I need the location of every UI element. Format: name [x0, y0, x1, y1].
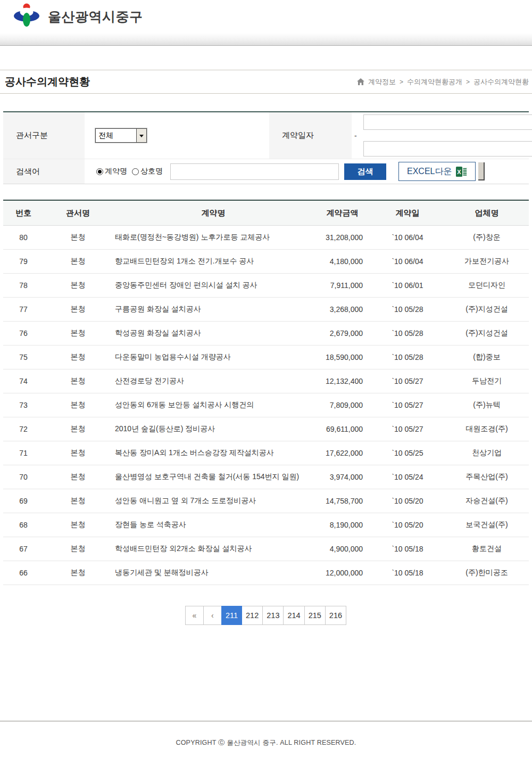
breadcrumb-item-current[interactable]: 공사수의계약현황 — [473, 77, 529, 87]
page-number[interactable]: 216 — [325, 606, 346, 625]
cell-dept: 본청 — [44, 568, 112, 578]
cell-date: `10 05/24 — [370, 473, 445, 481]
breadcrumb-item[interactable]: 수의계약현황공개 — [407, 77, 462, 87]
table-row[interactable]: 76 본청 학성공원 화장실 설치공사 2,679,000 `10 05/28 … — [3, 322, 529, 346]
page-number[interactable]: 213 — [262, 606, 284, 625]
table-row[interactable]: 71 본청 복산동 장미A외 1개소 버스승강장 제작설치공사 17,622,0… — [3, 441, 529, 465]
pagination-first-button[interactable]: « — [185, 606, 204, 625]
cell-dept: 본청 — [44, 424, 112, 434]
cell-contract-title[interactable]: 태화로(명정천~동강병원) 노후가로등 교체공사 — [112, 233, 314, 242]
table-row[interactable]: 74 본청 산전경로당 전기공사 12,132,400 `10 05/27 두남… — [3, 369, 529, 393]
search-button[interactable]: 검색 — [344, 163, 386, 180]
page-number[interactable]: 211 — [221, 606, 242, 625]
cell-contract-title[interactable]: 성안동 애니원고 옆 외 7개소 도로정비공사 — [112, 496, 314, 506]
radio-selected-icon[interactable] — [96, 168, 103, 175]
cell-contract-title[interactable]: 학성배드민턴장 외2개소 화장실 설치공사 — [112, 544, 314, 554]
cell-contract-title[interactable]: 장현들 농로 석축공사 — [112, 520, 314, 530]
cell-dept: 본청 — [44, 233, 112, 242]
cell-contract-title[interactable]: 2010년 숲길(등산로) 정비공사 — [112, 424, 314, 434]
table-row[interactable]: 69 본청 성안동 애니원고 옆 외 7개소 도로정비공사 14,758,700… — [3, 489, 529, 513]
date-inputs — [363, 114, 532, 157]
cell-contract-title[interactable]: 학성공원 화장실 설치공사 — [112, 328, 314, 338]
table-row[interactable]: 78 본청 중앙동주민센터 장애인 편의시설 설치 공사 7,911,000 `… — [3, 274, 529, 298]
table-header-row: 번호 관서명 계약명 계약금액 계약일 업체명 — [3, 201, 529, 226]
cell-dept: 본청 — [44, 448, 112, 458]
cell-contract-title[interactable]: 냉동기세관 및 분해정비공사 — [112, 568, 314, 578]
radio-company-name[interactable]: 상호명 — [132, 167, 163, 176]
cell-no: 73 — [3, 401, 44, 409]
cell-dept: 본청 — [44, 520, 112, 530]
cell-company: (주)창운 — [445, 233, 529, 242]
cell-contract-title[interactable]: 다운동말미 농업용수시설 개량공사 — [112, 352, 314, 362]
cell-amount: 31,208,000 — [314, 233, 370, 242]
col-header-date: 계약일 — [370, 208, 445, 218]
cell-company: 자승건설(주) — [445, 496, 529, 506]
table-row[interactable]: 72 본청 2010년 숲길(등산로) 정비공사 69,611,000 `10 … — [3, 417, 529, 441]
table-row[interactable]: 73 본청 성안동외 6개동 보안등 설치공사 시행건의 7,809,000 `… — [3, 393, 529, 417]
cell-amount: 18,590,000 — [314, 353, 370, 361]
cell-date: `10 05/28 — [370, 329, 445, 338]
cell-amount: 2,679,000 — [314, 329, 370, 338]
table-row[interactable]: 68 본청 장현들 농로 석축공사 8,190,000 `10 05/20 보국… — [3, 513, 529, 537]
copyright-text: COPYRIGHT ⓒ 울산광역시 중구. ALL RIGHT RESERVED… — [0, 738, 532, 747]
keyword-cell: 계약명 상호명 검색 EXCEL다운 X — [85, 159, 529, 184]
breadcrumb-item[interactable]: 계약정보 — [368, 77, 396, 87]
search-form: 관서구분 전체 계약일자 - 검색어 계약명 상호명 — [3, 111, 529, 184]
date-to-input[interactable] — [363, 141, 532, 157]
page-number[interactable]: 215 — [304, 606, 326, 625]
scrollbar-fragment — [478, 162, 485, 180]
cell-contract-title[interactable]: 복산동 장미A외 1개소 버스승강장 제작설치공사 — [112, 448, 314, 458]
cell-amount: 4,180,000 — [314, 257, 370, 266]
excel-icon: X — [456, 167, 467, 177]
radio-contract-name[interactable]: 계약명 — [96, 167, 127, 176]
date-from-input[interactable] — [363, 114, 532, 130]
cell-no: 75 — [3, 353, 44, 361]
cell-no: 69 — [3, 497, 44, 505]
cell-no: 79 — [3, 257, 44, 266]
page-number[interactable]: 214 — [283, 606, 304, 625]
cell-contract-title[interactable]: 성안동외 6개동 보안등 설치공사 시행건의 — [112, 400, 314, 410]
cell-date: `10 05/18 — [370, 545, 445, 553]
cell-no: 71 — [3, 449, 44, 457]
cell-amount: 3,974,000 — [314, 473, 370, 481]
select-dropdown-arrow-icon[interactable] — [136, 129, 146, 142]
cell-company: 두남전기 — [445, 376, 529, 386]
cell-contract-title[interactable]: 산전경로당 전기공사 — [112, 376, 314, 386]
cell-no: 74 — [3, 377, 44, 385]
cell-dept: 본청 — [44, 496, 112, 506]
cell-contract-title[interactable]: 구름공원 화장실 설치공사 — [112, 305, 314, 314]
cell-dept: 본청 — [44, 472, 112, 482]
home-icon — [357, 78, 364, 85]
cell-company: 천상기업 — [445, 448, 529, 458]
cell-company: 모던디자인 — [445, 281, 529, 290]
breadcrumb-separator: > — [400, 78, 403, 86]
radio-unselected-icon[interactable] — [132, 168, 139, 175]
keyword-input[interactable] — [170, 163, 339, 180]
cell-company: 보국건설(주) — [445, 520, 529, 530]
table-row[interactable]: 67 본청 학성배드민턴장 외2개소 화장실 설치공사 4,900,000 `1… — [3, 537, 529, 561]
cell-date: `10 05/27 — [370, 377, 445, 385]
cell-contract-title[interactable]: 울산병영성 보호구역내 건축물 철거(서동 154번지 일원) — [112, 472, 314, 482]
dept-select-value: 전체 — [96, 129, 136, 142]
site-name[interactable]: 울산광역시중구 — [48, 8, 143, 26]
table-row[interactable]: 77 본청 구름공원 화장실 설치공사 3,268,000 `10 05/28 … — [3, 298, 529, 322]
cell-contract-title[interactable]: 중앙동주민센터 장애인 편의시설 설치 공사 — [112, 281, 314, 290]
pagination-prev-button[interactable]: ‹ — [203, 606, 222, 625]
cell-contract-title[interactable]: 향교배드민턴장외 1개소 전기.개보수 공사 — [112, 257, 314, 266]
dept-select[interactable]: 전체 — [95, 128, 147, 143]
cell-dept: 본청 — [44, 305, 112, 314]
table-row[interactable]: 75 본청 다운동말미 농업용수시설 개량공사 18,590,000 `10 0… — [3, 346, 529, 369]
excel-download-button[interactable]: EXCEL다운 X — [398, 162, 476, 181]
title-bar: 공사수의계약현황 계약정보 > 수의계약현황공개 > 공사수의계약현황 — [0, 70, 532, 94]
cell-date: `10 05/20 — [370, 521, 445, 529]
page-number[interactable]: 212 — [242, 606, 263, 625]
table-row[interactable]: 66 본청 냉동기세관 및 분해정비공사 12,000,000 `10 05/1… — [3, 561, 529, 585]
table-row[interactable]: 70 본청 울산병영성 보호구역내 건축물 철거(서동 154번지 일원) 3,… — [3, 465, 529, 489]
cell-date: `10 05/27 — [370, 401, 445, 409]
cell-dept: 본청 — [44, 257, 112, 266]
pagination: « ‹ 211212213214215216 — [0, 606, 532, 625]
radio-company-label: 상호명 — [140, 167, 163, 176]
table-row[interactable]: 79 본청 향교배드민턴장외 1개소 전기.개보수 공사 4,180,000 `… — [3, 250, 529, 274]
search-form-row-1: 관서구분 전체 계약일자 - — [3, 112, 529, 159]
table-row[interactable]: 80 본청 태화로(명정천~동강병원) 노후가로등 교체공사 31,208,00… — [3, 226, 529, 250]
